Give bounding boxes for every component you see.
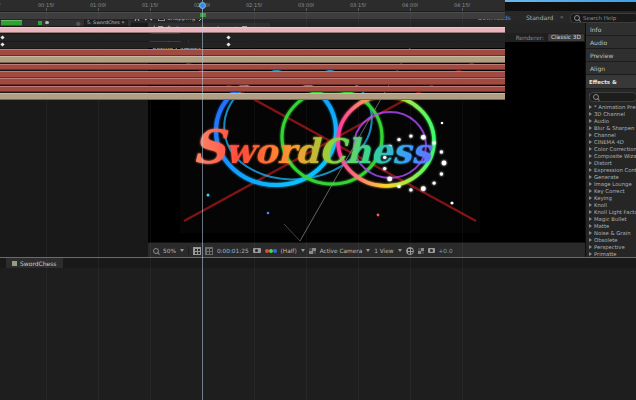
exposure-value[interactable]: +0.0 <box>439 248 453 254</box>
time-gridline <box>306 132 307 264</box>
panel-tab-info[interactable]: Info <box>586 23 636 36</box>
effects-category-item[interactable]: Keying <box>589 194 636 201</box>
time-gridline <box>46 132 47 264</box>
effects-category-item[interactable]: Distort <box>589 159 636 166</box>
camera-dropdown-icon[interactable] <box>366 249 370 252</box>
zoom-dropdown-icon[interactable] <box>180 249 184 252</box>
effects-category-item[interactable]: Key Correct <box>589 187 636 194</box>
effects-category-item[interactable]: Magic Bullet <box>589 215 636 222</box>
effects-category-item[interactable]: Perspective <box>589 243 636 250</box>
parent-dropdown[interactable]: 5. SwordChes <box>84 20 128 26</box>
time-gridline <box>254 132 255 264</box>
time-gridline <box>410 132 411 264</box>
panel-tab-preview[interactable]: Preview <box>586 49 636 62</box>
magnification-icon <box>153 248 159 254</box>
tree-arrow-icon[interactable] <box>589 126 592 130</box>
tree-arrow-icon[interactable] <box>589 105 592 109</box>
tree-arrow-icon[interactable] <box>589 161 592 165</box>
panel-tab-align[interactable]: Align <box>586 62 636 75</box>
zoom-level[interactable]: 50% <box>163 248 176 254</box>
exposure-icon[interactable] <box>428 248 435 253</box>
effects-category-item[interactable]: Composite Wizard <box>589 152 636 159</box>
tree-arrow-icon[interactable] <box>589 203 592 207</box>
tree-arrow-icon[interactable] <box>589 112 592 116</box>
guides-icon[interactable] <box>205 247 213 255</box>
tree-arrow-icon[interactable] <box>589 238 592 242</box>
effects-category-item[interactable]: Expression Controls <box>589 166 636 173</box>
help-search-box[interactable]: Search Help <box>570 13 636 23</box>
effects-category-item[interactable]: Knoll <box>589 201 636 208</box>
timeline-tab-strip <box>0 258 636 268</box>
workspace-overflow-button[interactable]: » <box>560 13 564 20</box>
after-effects-window: WindowHelp Snapping × Downloads Standard… <box>0 0 636 400</box>
time-gridline <box>462 132 463 264</box>
effects-category-item[interactable]: Audio <box>589 117 636 124</box>
comp-icon <box>12 261 17 266</box>
tree-arrow-icon[interactable] <box>589 140 592 144</box>
tree-arrow-icon[interactable] <box>589 147 592 151</box>
workspace-standard[interactable]: Standard <box>526 14 553 21</box>
viewer-bottom-toolbar: 50% 0:00:01:25 (Half) Active Camera 1 Vi… <box>148 242 590 258</box>
timeline-tab-swordchess[interactable]: SwordChess <box>6 258 63 268</box>
parent-pickwhip-icon[interactable]: ◎ <box>76 20 80 26</box>
tree-arrow-icon[interactable] <box>589 175 592 179</box>
effects-category-item[interactable]: Generate <box>589 173 636 180</box>
effects-category-item[interactable]: Noise & Grain <box>589 229 636 236</box>
effects-category-item[interactable]: CINEMA 4D <box>589 138 636 145</box>
tree-arrow-icon[interactable] <box>589 119 592 123</box>
tree-arrow-icon[interactable] <box>589 168 592 172</box>
effects-category-item[interactable]: Blur & Sharpen <box>589 124 636 131</box>
renderer-button[interactable]: Classic 3D <box>547 33 585 42</box>
tree-arrow-icon[interactable] <box>589 231 592 235</box>
fast-preview-icon[interactable] <box>418 248 424 254</box>
views-dropdown-icon[interactable] <box>398 249 402 252</box>
tree-arrow-icon[interactable] <box>589 189 592 193</box>
grid-options-icon[interactable] <box>193 247 201 255</box>
effects-category-item[interactable]: Channel <box>589 131 636 138</box>
tree-arrow-icon[interactable] <box>589 182 592 186</box>
transparency-grid-icon[interactable] <box>309 248 316 254</box>
tree-arrow-icon[interactable] <box>589 217 592 221</box>
panel-tab-effects-presets[interactable]: Effects & Presets <box>586 75 636 89</box>
tree-arrow-icon[interactable] <box>589 210 592 214</box>
effects-category-item[interactable]: Obsolete <box>589 236 636 243</box>
resolution-dropdown-icon[interactable] <box>301 249 305 252</box>
chevron-down-icon <box>122 22 125 24</box>
panel-tab-audio[interactable]: Audio <box>586 36 636 49</box>
effects-category-item[interactable]: Primatte <box>589 250 636 257</box>
effects-category-item[interactable]: Matte <box>589 222 636 229</box>
tree-arrow-icon[interactable] <box>589 252 592 256</box>
resolution-value[interactable]: (Half) <box>281 248 297 254</box>
time-gridline <box>358 132 359 264</box>
tree-arrow-icon[interactable] <box>589 133 592 137</box>
time-gridline <box>150 132 151 264</box>
effects-category-item[interactable]: Color Correction <box>589 145 636 152</box>
view-count-value[interactable]: 1 View <box>374 248 393 254</box>
renderer-label: Renderer: <box>516 35 544 41</box>
layer-label-chip[interactable] <box>38 21 42 25</box>
channel-icon[interactable] <box>265 249 277 253</box>
search-icon <box>593 94 599 100</box>
tree-arrow-icon[interactable] <box>589 245 592 249</box>
playhead-line[interactable] <box>202 132 203 264</box>
search-icon <box>574 15 580 21</box>
effects-category-item[interactable]: * Animation Presets <box>589 103 636 110</box>
effects-search-box[interactable] <box>589 92 636 102</box>
effects-category-item[interactable]: Image Lounge <box>589 180 636 187</box>
tree-arrow-icon[interactable] <box>589 196 592 200</box>
tree-arrow-icon[interactable] <box>589 154 592 158</box>
effects-category-item[interactable]: 3D Channel <box>589 110 636 117</box>
time-gridline <box>98 132 99 264</box>
right-panel-dock: Effects & Presets InfoAudioPreviewAlign*… <box>585 23 636 257</box>
tree-arrow-icon[interactable] <box>589 224 592 228</box>
timecode[interactable]: 0:00:01:25 <box>217 248 249 254</box>
camera-view-value[interactable]: Active Camera <box>320 248 363 254</box>
help-search-placeholder: Search Help <box>583 15 616 21</box>
effects-category-item[interactable]: Knoll Light Factory <box>589 208 636 215</box>
